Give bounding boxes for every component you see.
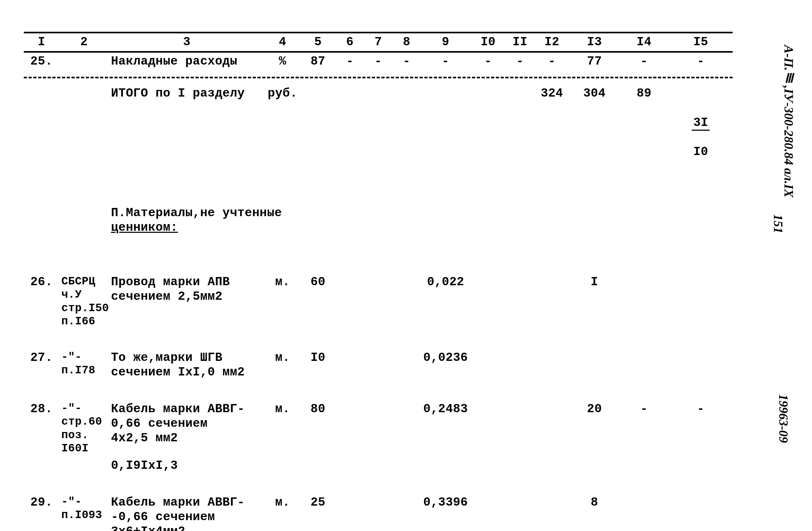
- row-c6: -: [336, 52, 364, 70]
- dash-line: [24, 77, 733, 78]
- table-row: 27. -"- п.I78 То же,марки ШГВ сечением I…: [24, 349, 733, 381]
- table-area: I 2 3 4 5 6 7 8 9 I0 II I2 I3 I4 I5: [24, 32, 733, 531]
- col-7: 7: [364, 32, 392, 52]
- row-c9: 0,2483: [421, 400, 470, 457]
- row-num: 28.: [24, 400, 59, 457]
- row-desc: Кабель марки АВВГ- -0,66 сечением 3x6+Ix…: [109, 494, 265, 531]
- itogo-c13: 304: [569, 85, 619, 161]
- col-15: I5: [669, 32, 733, 52]
- row-ref: -"- стр.60 поз. I60I: [59, 400, 109, 457]
- row-c5: I0: [300, 349, 336, 381]
- col-8: 8: [392, 32, 421, 52]
- row-c10: -: [470, 52, 506, 70]
- row-ref: СБСРЦ ч.У стр.I50 п.I66: [59, 273, 109, 330]
- row-num: 27.: [24, 349, 59, 381]
- row-c5: 80: [300, 400, 336, 457]
- row-c9: 0,3396: [421, 494, 470, 531]
- col-1: I: [24, 32, 59, 52]
- col-3: 3: [109, 32, 265, 52]
- col-13: I3: [569, 32, 619, 52]
- itogo-c4: руб.: [265, 85, 300, 161]
- row-desc: Провод марки АПВ сечением 2,5мм2: [109, 273, 265, 330]
- row-c15: -: [669, 52, 733, 70]
- itogo-label: ИТОГО по I разделу: [109, 85, 265, 161]
- col-5: 5: [300, 32, 336, 52]
- row-c9: 0,022: [421, 273, 470, 330]
- row-c11: -: [506, 52, 534, 70]
- row-c8: -: [392, 52, 421, 70]
- row-ref: -"- п.I093: [59, 494, 109, 531]
- col-6: 6: [336, 32, 364, 52]
- row-c14: -: [619, 52, 669, 70]
- margin-serial: 19963-09: [776, 394, 791, 443]
- row-c4: м.: [265, 494, 300, 531]
- col-9: 9: [421, 32, 470, 52]
- row-c9: -: [421, 52, 470, 70]
- row-num: 26.: [24, 273, 59, 330]
- row-c7: -: [364, 52, 392, 70]
- section-title-row: П.Материалы,не учтенные ценником:: [24, 180, 733, 254]
- row-c4: %: [265, 52, 300, 70]
- section-title-underline: ценником:: [111, 221, 178, 234]
- row-num: 25.: [24, 52, 59, 70]
- row-c4: м.: [265, 273, 300, 330]
- row-c4: м.: [265, 400, 300, 457]
- table-row: 26. СБСРЦ ч.У стр.I50 п.I66 Провод марки…: [24, 273, 733, 330]
- row-c13: 20: [569, 400, 619, 457]
- table-row: ИТОГО по I разделу руб. 324 304 89 3I I0: [24, 85, 733, 161]
- col-14: I4: [619, 32, 669, 52]
- row-desc: Накладные расходы: [109, 52, 265, 70]
- table-row: 29. -"- п.I093 Кабель марки АВВГ- -0,66 …: [24, 494, 733, 531]
- page: А-П.Ⅲ,IУ-300-280.84 ал.IX 151 19963-09 I…: [0, 0, 812, 531]
- table-row: 28. -"- стр.60 поз. I60I Кабель марки АВ…: [24, 400, 733, 457]
- main-table: I 2 3 4 5 6 7 8 9 I0 II I2 I3 I4 I5: [24, 32, 733, 531]
- table-header: I 2 3 4 5 6 7 8 9 I0 II I2 I3 I4 I5: [24, 32, 733, 52]
- itogo-c12: 324: [534, 85, 569, 161]
- table-row: 25. Накладные расходы % 87 - - - - - - -…: [24, 52, 733, 70]
- margin-page-num: 151: [771, 214, 786, 233]
- row-extra: 0,I9IxI,3: [109, 457, 265, 475]
- col-10: I0: [470, 32, 506, 52]
- col-11: II: [506, 32, 534, 52]
- row-c14: -: [619, 400, 669, 457]
- row-c4: м.: [265, 349, 300, 381]
- row-c15: -: [669, 400, 733, 457]
- row-c5: 87: [300, 52, 336, 70]
- row-c13: I: [569, 273, 619, 330]
- row-desc: Кабель марки АВВГ- 0,66 сечением 4x2,5 м…: [109, 400, 265, 457]
- section-title: П.Материалы,не учтенные ценником:: [111, 206, 730, 235]
- table-row-extra: 0,I9IxI,3: [24, 457, 733, 475]
- col-2: 2: [59, 32, 109, 52]
- itogo-c15-top: 3I: [692, 116, 710, 131]
- row-c9: 0,0236: [421, 349, 470, 381]
- row-c5: 60: [300, 273, 336, 330]
- row-desc: То же,марки ШГВ сечением IxI,0 мм2: [109, 349, 265, 381]
- col-4: 4: [265, 32, 300, 52]
- dashed-separator: [24, 70, 733, 85]
- itogo-c15-bot: I0: [693, 145, 708, 159]
- row-ref: [59, 52, 109, 70]
- col-12: I2: [534, 32, 569, 52]
- row-num: 29.: [24, 494, 59, 531]
- row-c12: -: [534, 52, 569, 70]
- row-c13: 8: [569, 494, 619, 531]
- itogo-c15: 3I I0: [669, 85, 733, 161]
- section-title-text: П.Материалы,не учтенные: [111, 206, 282, 220]
- row-ref: -"- п.I78: [59, 349, 109, 381]
- itogo-c14: 89: [619, 85, 669, 161]
- margin-doc-ref: А-П.Ⅲ,IУ-300-280.84 ал.IX: [781, 45, 796, 198]
- row-c13: 77: [569, 52, 619, 70]
- row-c5: 25: [300, 494, 336, 531]
